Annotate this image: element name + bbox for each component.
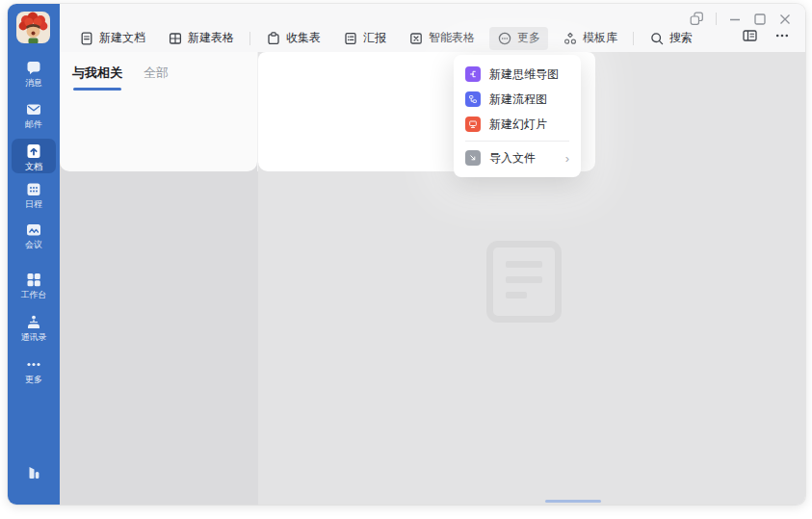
report-button[interactable]: 汇报 <box>335 27 394 50</box>
sidebar-item-label: 消息 <box>11 78 57 89</box>
collect-form-button[interactable]: 收集表 <box>258 27 328 50</box>
tab-related-to-me[interactable]: 与我相关 <box>72 65 122 91</box>
menu-item-new-flowchart[interactable]: 新建流程图 <box>454 87 581 112</box>
docs-icon <box>25 143 42 160</box>
sidebar-item-more[interactable]: 更多 <box>11 356 57 385</box>
sidebar-item-label: 邮件 <box>11 119 57 130</box>
sidebar-item-contacts[interactable]: 通讯录 <box>11 314 57 343</box>
sidebar-item-label: 会议 <box>11 240 57 250</box>
search-button[interactable]: 搜索 <box>642 27 700 50</box>
divider <box>633 32 634 45</box>
button-label: 新建文档 <box>99 30 145 46</box>
template-library-button[interactable]: 模板库 <box>555 27 625 50</box>
button-label: 搜索 <box>669 30 693 46</box>
new-sheet-button[interactable]: 新建表格 <box>160 27 242 50</box>
ellipsis-icon[interactable] <box>774 28 790 43</box>
menu-item-label: 新建思维导图 <box>489 66 559 83</box>
chevron-right-icon: › <box>565 152 569 165</box>
sidebar-item-calendar[interactable]: 日程 <box>11 181 57 210</box>
divider <box>716 13 717 25</box>
sidebar-item-label: 更多 <box>11 375 57 385</box>
button-label: 更多 <box>517 30 540 46</box>
sidebar-bottom-stats[interactable] <box>11 464 57 481</box>
divider <box>249 32 250 45</box>
minimize-icon[interactable] <box>728 13 742 26</box>
smart-table-button[interactable]: 智能表格 <box>401 27 483 50</box>
workbench-icon <box>25 272 42 288</box>
button-label: 收集表 <box>286 30 321 46</box>
calendar-icon <box>25 181 42 197</box>
flowchart-file-icon <box>465 91 481 107</box>
menu-item-label: 导入文件 <box>489 150 536 167</box>
placeholder-line <box>506 276 542 283</box>
button-label: 智能表格 <box>429 30 475 46</box>
document-toolbar: 新建文档 新建表格 收集表 <box>71 26 707 50</box>
window-controls <box>690 12 792 26</box>
app-sidebar: 消息 邮件 文档 日程 <box>8 4 60 505</box>
list-tabs: 与我相关 全部 <box>60 52 257 91</box>
bottom-edge-artifact <box>545 500 601 503</box>
smart-table-icon <box>408 31 424 46</box>
stats-icon <box>25 464 42 481</box>
menu-item-new-slides[interactable]: 新建幻灯片 <box>454 112 581 137</box>
new-sheet-icon <box>168 31 183 46</box>
button-label: 汇报 <box>363 30 386 46</box>
sidebar-item-label: 通讯录 <box>11 332 57 343</box>
document-list-panel: 与我相关 全部 <box>60 52 257 171</box>
more-dropdown-menu: 新建思维导图 新建流程图 新建幻灯片 <box>454 55 581 177</box>
tab-all[interactable]: 全部 <box>144 65 169 91</box>
maximize-icon[interactable] <box>753 13 767 26</box>
collect-form-icon <box>266 31 281 46</box>
mail-icon <box>25 101 42 117</box>
sidebar-item-label: 工作台 <box>11 290 57 300</box>
search-icon <box>649 31 665 46</box>
sidebar-item-meeting[interactable]: 会议 <box>11 221 57 250</box>
new-document-button[interactable]: 新建文档 <box>71 27 153 50</box>
mini-window-icon[interactable] <box>690 12 704 26</box>
sidebar-item-workbench[interactable]: 工作台 <box>11 272 57 300</box>
sidebar-item-label: 文档 <box>12 162 56 172</box>
chat-icon <box>25 60 42 76</box>
layout-panel-icon[interactable] <box>742 28 758 43</box>
menu-item-label: 新建幻灯片 <box>489 117 547 133</box>
empty-state-document-icon <box>486 241 562 323</box>
ellipsis-icon <box>25 356 42 373</box>
close-icon[interactable] <box>778 13 792 26</box>
new-doc-icon <box>79 31 94 46</box>
contacts-icon <box>25 314 42 330</box>
more-circle-icon <box>497 31 512 46</box>
report-icon <box>343 31 358 46</box>
placeholder-line <box>506 292 527 298</box>
slides-file-icon <box>465 117 481 132</box>
avatar[interactable] <box>16 12 50 43</box>
sidebar-item-messages[interactable]: 消息 <box>11 60 57 89</box>
meeting-icon <box>25 221 42 238</box>
top-bar: 新建文档 新建表格 收集表 <box>60 4 805 52</box>
sidebar-item-docs[interactable]: 文档 <box>12 139 56 173</box>
sidebar-item-mail[interactable]: 邮件 <box>11 101 57 130</box>
button-label: 新建表格 <box>188 30 234 46</box>
more-button[interactable]: 更多 <box>489 27 548 50</box>
menu-item-new-mindmap[interactable]: 新建思维导图 <box>454 62 581 87</box>
app-window: 与我相关 全部 消息 <box>8 4 805 505</box>
menu-item-import-file[interactable]: 导入文件 › <box>454 145 581 170</box>
mindmap-file-icon <box>465 66 481 82</box>
toolbar-right-icons <box>742 28 790 43</box>
menu-item-label: 新建流程图 <box>489 91 547 108</box>
placeholder-line <box>506 261 542 268</box>
sidebar-item-label: 日程 <box>11 199 57 210</box>
template-icon <box>563 31 578 46</box>
menu-divider <box>465 141 569 142</box>
import-file-icon <box>465 150 481 166</box>
button-label: 模板库 <box>583 30 617 46</box>
